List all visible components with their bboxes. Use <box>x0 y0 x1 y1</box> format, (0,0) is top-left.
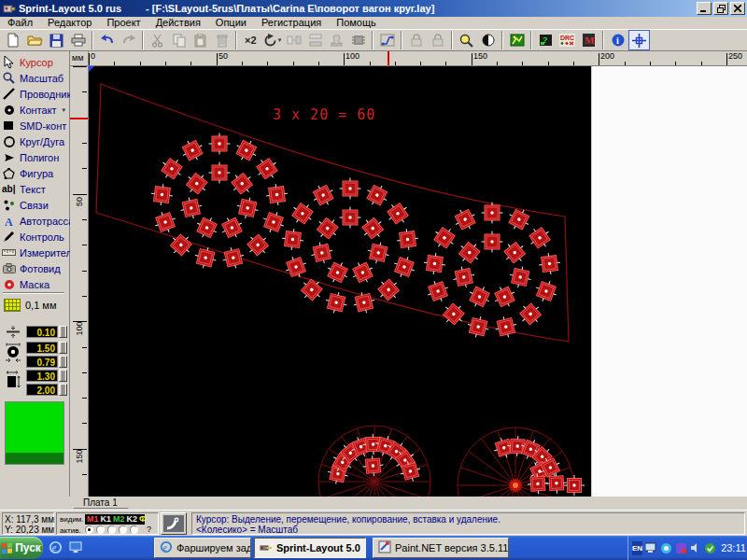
led-pad[interactable] <box>323 289 349 315</box>
led-pad[interactable] <box>313 214 343 244</box>
led-pad[interactable] <box>493 314 519 340</box>
led-pad[interactable] <box>150 183 175 207</box>
bend-mode-button[interactable] <box>161 512 187 535</box>
tool-conductor[interactable]: Проводник <box>2 86 69 102</box>
toolbar-drc-button[interactable]: DRC <box>557 30 578 50</box>
tool-autoroute[interactable]: AАвтотрасса <box>2 213 69 229</box>
led-pad[interactable] <box>243 230 273 259</box>
board-annotation-text[interactable]: 3 x 20 = 60 <box>273 106 375 123</box>
tool-measure[interactable]: Измеритель <box>2 245 69 260</box>
grid-selector[interactable]: 0,1 мм <box>4 297 69 314</box>
tool-photoview[interactable]: Фотовид <box>2 260 69 276</box>
led-pad[interactable] <box>396 228 420 252</box>
tool-shape[interactable]: Фигура <box>2 165 69 181</box>
led-pad[interactable] <box>383 199 413 229</box>
toolbar-copy-button[interactable] <box>168 30 190 50</box>
toolbar-photoview-button[interactable] <box>506 30 528 50</box>
update-tray-icon[interactable] <box>704 541 716 555</box>
toolbar-test-mode-button[interactable]: ? <box>535 30 557 50</box>
led-pad[interactable] <box>358 214 388 244</box>
led-pad[interactable] <box>178 136 207 165</box>
toolbar-stamp-button[interactable] <box>326 30 347 50</box>
led-pad[interactable] <box>309 240 335 266</box>
toolbar-contrast-button[interactable] <box>477 30 499 50</box>
led-pad[interactable] <box>232 136 261 165</box>
led-pad[interactable] <box>323 259 352 287</box>
led-pad[interactable] <box>525 223 555 253</box>
wheel-cluster[interactable] <box>318 426 430 497</box>
led-pad[interactable] <box>490 283 519 312</box>
led-pad[interactable] <box>178 195 204 221</box>
taskbar-task-sprint-layout[interactable]: Sprint-Layout 5.0 <box>254 538 366 558</box>
led-pad[interactable] <box>340 178 361 200</box>
pad-outer-field[interactable]: 1.50 <box>26 342 58 354</box>
led-pad[interactable] <box>424 277 452 305</box>
led-pad[interactable] <box>265 183 289 207</box>
menu-item-0[interactable]: Файл <box>0 17 40 29</box>
pad-drill-picker-button[interactable] <box>59 356 67 368</box>
led-pad[interactable] <box>252 154 282 184</box>
toolbar-delete-button[interactable] <box>211 30 233 50</box>
led-pad[interactable] <box>362 181 391 210</box>
layer-toggle-K1[interactable]: K1 <box>101 514 112 525</box>
active-layer-radio-M1[interactable] <box>85 525 93 534</box>
led-pad[interactable] <box>538 252 562 276</box>
led-pad[interactable] <box>439 299 469 329</box>
clock[interactable]: 23:11 <box>721 542 746 553</box>
app-tray-icon[interactable] <box>675 541 687 555</box>
active-layer-radio-M2[interactable] <box>107 525 116 534</box>
tool-text[interactable]: ab|Текст <box>2 181 69 197</box>
active-layer-radio-K1[interactable] <box>96 525 105 534</box>
led-pad[interactable] <box>227 169 257 199</box>
layer-toggle-M2[interactable]: М2 <box>113 514 125 525</box>
led-pad[interactable] <box>374 274 403 304</box>
active-layer-radio-F[interactable] <box>130 525 138 534</box>
pad-drill-field[interactable]: 0.79 <box>26 356 58 368</box>
led-ring-cluster[interactable] <box>150 133 289 272</box>
layer-toggle-K2[interactable]: K2 <box>127 514 138 525</box>
led-pad[interactable] <box>390 253 418 281</box>
toolbar-print-button[interactable] <box>67 30 89 50</box>
show-desktop-icon[interactable] <box>67 539 84 555</box>
led-pad[interactable] <box>288 199 317 229</box>
start-button[interactable]: Пуск <box>0 537 43 559</box>
led-pad[interactable] <box>192 245 218 271</box>
led-pad[interactable] <box>192 214 221 243</box>
toolbar-lock-traces-button[interactable] <box>427 30 448 50</box>
led-pad[interactable] <box>281 228 305 252</box>
led-ring-cluster[interactable] <box>281 178 420 316</box>
led-pad[interactable] <box>365 240 391 266</box>
led-pad[interactable] <box>348 259 377 287</box>
menu-item-5[interactable]: Регистрация <box>254 17 329 29</box>
led-pad[interactable] <box>340 207 361 229</box>
pcb-canvas[interactable]: 3 x 20 = 60 <box>89 66 591 497</box>
tool-circle-arc[interactable]: Круг/Дуга <box>2 133 69 149</box>
led-pad[interactable] <box>451 205 480 234</box>
display-tray-icon[interactable] <box>645 541 657 555</box>
tool-smd-pad[interactable]: SMD-конт <box>2 118 69 133</box>
led-pad[interactable] <box>482 231 503 253</box>
smd-width-field[interactable]: 1.30 <box>26 370 58 382</box>
tool-probe[interactable]: Контроль <box>2 229 69 245</box>
smd-width-picker-button[interactable] <box>59 370 67 382</box>
pad-outer-picker-button[interactable] <box>59 342 67 354</box>
toolbar-route-button[interactable] <box>376 30 398 50</box>
led-pad[interactable] <box>209 133 231 155</box>
toolbar-select-mode-button[interactable] <box>628 30 650 50</box>
led-pad[interactable] <box>465 283 494 312</box>
volume-tray-icon[interactable] <box>690 541 701 555</box>
led-pad[interactable] <box>430 223 459 253</box>
layer-toggle-F[interactable]: Ф <box>139 514 147 525</box>
tool-polygon[interactable]: Полигон <box>2 149 69 165</box>
menu-item-6[interactable]: Помощь <box>329 17 384 29</box>
led-pad[interactable] <box>209 162 231 184</box>
toolbar-footprint-button[interactable] <box>347 30 369 50</box>
led-pad[interactable] <box>166 230 196 259</box>
toolbar-zoom-button[interactable] <box>456 30 477 50</box>
led-pad[interactable] <box>451 264 477 290</box>
led-pad[interactable] <box>282 253 310 281</box>
led-pad[interactable] <box>297 274 327 304</box>
toolbar-rotate-button[interactable]: ▾ <box>261 30 283 50</box>
dropdown-arrow-icon[interactable]: ▾ <box>62 106 65 114</box>
close-button[interactable] <box>730 2 745 15</box>
